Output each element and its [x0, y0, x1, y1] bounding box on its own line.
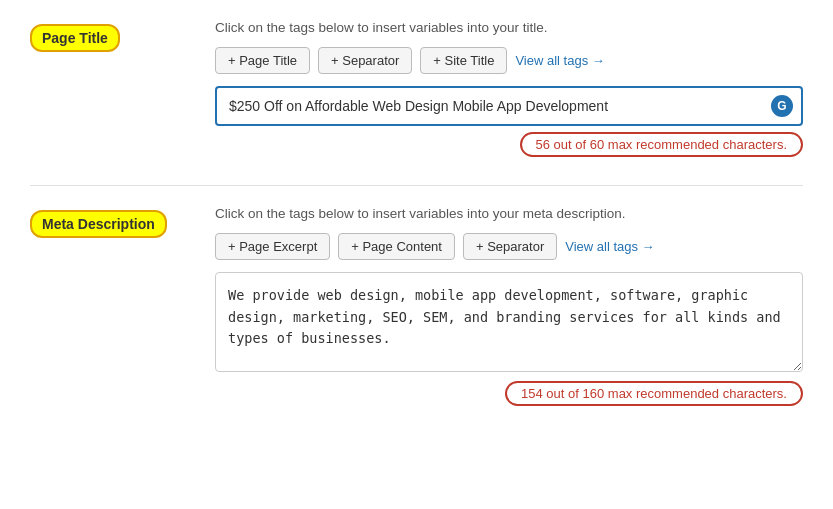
page-title-tags-row: + Page Title + Separator + Site Title Vi…: [215, 47, 803, 74]
page-title-label-col: Page Title: [30, 20, 215, 52]
page-title-badge: Page Title: [30, 24, 120, 52]
page-wrapper: Page Title Click on the tags below to in…: [0, 0, 833, 454]
meta-description-textarea[interactable]: We provide web design, mobile app develo…: [215, 272, 803, 372]
page-title-tag-btn[interactable]: + Page Title: [215, 47, 310, 74]
page-title-input[interactable]: [215, 86, 803, 126]
refresh-icon[interactable]: G: [771, 95, 793, 117]
meta-description-section: Meta Description Click on the tags below…: [30, 206, 803, 410]
page-content-tag-btn[interactable]: + Page Content: [338, 233, 455, 260]
page-title-content: Click on the tags below to insert variab…: [215, 20, 803, 161]
meta-description-view-all-link[interactable]: View all tags →: [565, 239, 654, 254]
page-excerpt-tag-btn[interactable]: + Page Excerpt: [215, 233, 330, 260]
page-title-char-count-wrapper: 56 out of 60 max recommended characters.: [215, 132, 803, 157]
meta-description-badge: Meta Description: [30, 210, 167, 238]
page-title-char-count: 56 out of 60 max recommended characters.: [520, 132, 803, 157]
meta-description-instruction: Click on the tags below to insert variab…: [215, 206, 803, 221]
site-title-tag-btn[interactable]: + Site Title: [420, 47, 507, 74]
meta-description-tags-row: + Page Excerpt + Page Content + Separato…: [215, 233, 803, 260]
title-input-wrapper: G: [215, 86, 803, 126]
meta-separator-tag-btn[interactable]: + Separator: [463, 233, 557, 260]
section-divider: [30, 185, 803, 186]
meta-description-char-count: 154 out of 160 max recommended character…: [505, 381, 803, 406]
meta-description-label-col: Meta Description: [30, 206, 215, 238]
meta-description-content: Click on the tags below to insert variab…: [215, 206, 803, 410]
page-title-instruction: Click on the tags below to insert variab…: [215, 20, 803, 35]
page-title-view-all-link[interactable]: View all tags →: [515, 53, 604, 68]
meta-description-char-count-wrapper: 154 out of 160 max recommended character…: [215, 381, 803, 406]
separator-tag-btn[interactable]: + Separator: [318, 47, 412, 74]
page-title-section: Page Title Click on the tags below to in…: [30, 20, 803, 161]
